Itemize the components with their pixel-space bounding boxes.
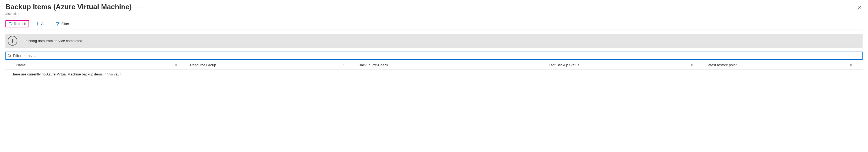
filter-items-input[interactable] (13, 53, 860, 58)
table-header-row: Name ↑↓ Resource Group ↑↓ Backup Pre-Che… (5, 61, 863, 70)
funnel-icon (56, 22, 60, 26)
filter-label: Filter (61, 22, 69, 26)
command-bar: Refresh Add Filter (5, 20, 863, 30)
blade-header: Backup Items (Azure Virtual Machine) ···… (5, 3, 863, 16)
sort-icon: ↑↓ (175, 63, 177, 67)
page-title: Backup Items (Azure Virtual Machine) (5, 3, 132, 11)
column-last-backup-status-label: Last Backup Status (549, 63, 579, 67)
sort-icon: ↑↓ (343, 63, 345, 67)
plus-icon (36, 22, 40, 26)
column-backup-pre-check-label: Backup Pre-Check (359, 63, 388, 67)
column-latest-restore-point[interactable]: Latest restore point ↑↓ (701, 63, 863, 67)
info-message: Fetching data from service completed. (23, 39, 83, 43)
refresh-label: Refresh (14, 22, 26, 26)
filter-button[interactable]: Filter (54, 21, 71, 27)
empty-state-message: There are currently no Azure Virtual Mac… (5, 70, 863, 79)
sort-icon: ↑↓ (849, 63, 852, 67)
refresh-icon (8, 22, 12, 26)
column-resource-group-label: Resource Group (190, 63, 216, 67)
sort-icon: ↑↓ (691, 63, 693, 67)
column-backup-pre-check[interactable]: Backup Pre-Check (353, 63, 549, 67)
column-name[interactable]: Name ↑↓ (5, 63, 185, 67)
svg-point-2 (8, 54, 10, 57)
column-name-label: Name (16, 63, 26, 67)
refresh-button[interactable]: Refresh (5, 20, 29, 28)
breadcrumb[interactable]: afsbackup (5, 12, 142, 16)
close-icon[interactable] (856, 4, 863, 12)
column-resource-group[interactable]: Resource Group ↑↓ (185, 63, 353, 67)
add-button[interactable]: Add (34, 21, 49, 27)
filter-items-field[interactable] (5, 51, 863, 60)
svg-rect-1 (12, 40, 13, 43)
info-icon (8, 36, 18, 46)
column-latest-restore-point-label: Latest restore point (706, 63, 737, 67)
search-icon (8, 54, 11, 58)
info-banner: Fetching data from service completed. (5, 34, 863, 48)
svg-point-0 (12, 39, 13, 40)
column-last-backup-status[interactable]: Last Backup Status ↑↓ (549, 63, 701, 67)
add-label: Add (41, 22, 48, 26)
more-actions-icon[interactable]: ··· (137, 5, 142, 11)
